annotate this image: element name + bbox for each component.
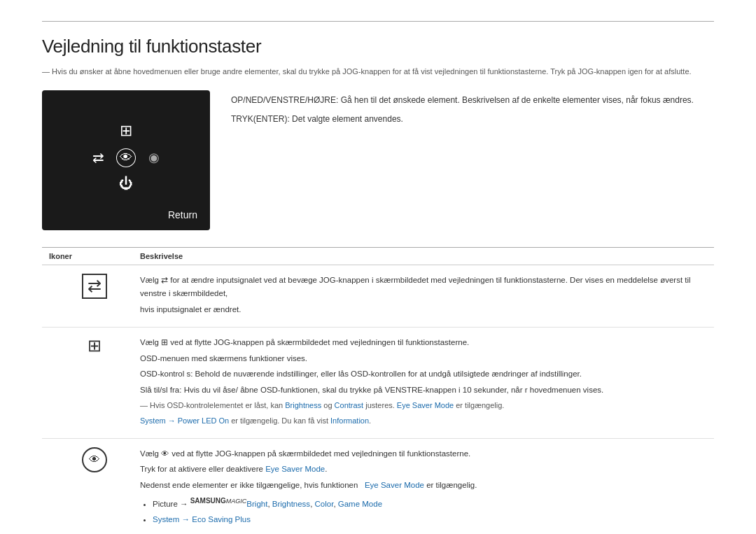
eye-saver-mode-link3: Eye Saver Mode — [365, 481, 424, 489]
brightness-link2: Brightness — [272, 500, 310, 508]
bullet-list: Picture → SAMSUNGMAGICBright, Brightness… — [153, 495, 714, 526]
page-title: Vejledning til funktionstaster — [42, 36, 714, 57]
system-power-led-link: System → Power LED On — [140, 416, 229, 425]
icon-table: Ikoner Beskrivelse ⇄ Vælg ⇄ for at ændre… — [42, 247, 714, 535]
table-row: ⊞ Vælg ⊞ ved at flytte JOG-knappen på sk… — [42, 328, 714, 439]
game-mode-link: Game Mode — [338, 500, 382, 508]
monitor-input-icon: ⇄ — [88, 148, 108, 167]
color-link: Color — [315, 500, 334, 508]
col-header-beskrivelse: Beskrivelse — [140, 252, 714, 260]
monitor-eye-icon: 👁 — [116, 148, 136, 167]
input-signal-icon: ⇄ — [42, 274, 140, 299]
table-row: ⇄ Vælg ⇄ for at ændre inputsignalet ved … — [42, 265, 714, 328]
eye-saver-desc: Vælg 👁 ved at flytte JOG-knappen på skær… — [140, 447, 714, 528]
list-item: Picture → SAMSUNGMAGICBright, Brightness… — [153, 495, 714, 511]
eye-saver-mode-link1: Eye Saver Mode — [397, 401, 454, 409]
table-header: Ikoner Beskrivelse — [42, 248, 714, 265]
eye-saver-icon: 👁 — [42, 447, 140, 472]
system-eco-link: System → Eco Saving Plus — [153, 515, 251, 524]
tryk-description: TRYK(ENTER): Det valgte element anvendes… — [231, 112, 714, 127]
col-header-ikoner: Ikoner — [42, 252, 140, 260]
op-description: OP/NED/VENSTRE/HØJRE: Gå hen til det øns… — [231, 93, 714, 108]
list-item: System → Eco Saving Plus — [153, 513, 714, 527]
monitor-icon-grid: ⊞ ⇄ 👁 ◉ ⏻ — [88, 122, 164, 192]
monitor-grid-icon: ⊞ — [116, 122, 136, 140]
main-section: ⊞ ⇄ 👁 ◉ ⏻ Return — [42, 90, 714, 230]
monitor-eyesaver-icon2: ◉ — [144, 148, 164, 167]
top-divider — [42, 21, 714, 22]
bright-link: Bright — [246, 500, 267, 508]
input-signal-desc: Vælg ⇄ for at ændre inputsignalet ved at… — [140, 274, 714, 319]
osd-menu-desc: Vælg ⊞ ved at flytte JOG-knappen på skær… — [140, 336, 714, 430]
monitor-return-label: Return — [168, 209, 197, 220]
monitor-power-icon: ⏻ — [116, 176, 136, 192]
brightness-link: Brightness — [285, 401, 321, 409]
osd-menu-icon: ⊞ — [42, 336, 140, 356]
table-row: 👁 Vælg 👁 ved at flytte JOG-knappen på sk… — [42, 439, 714, 534]
contrast-link: Contrast — [335, 401, 364, 409]
right-description: OP/NED/VENSTRE/HØJRE: Gå hen til det øns… — [231, 90, 714, 230]
information-link: Information — [330, 416, 369, 425]
eye-saver-mode-link2: Eye Saver Mode — [265, 465, 325, 473]
monitor-image: ⊞ ⇄ 👁 ◉ ⏻ Return — [42, 90, 210, 230]
intro-note: ― Hvis du ønsker at åbne hovedmenuen ell… — [42, 66, 714, 78]
